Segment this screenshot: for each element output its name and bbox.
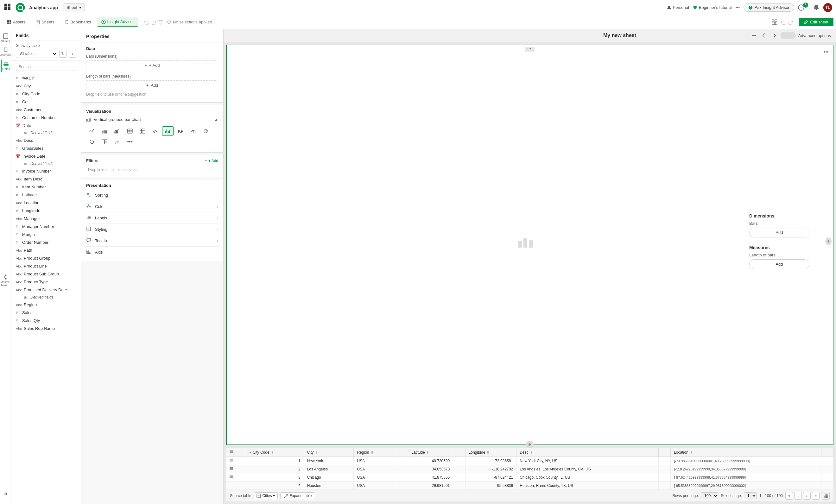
last-page-btn[interactable]: »	[812, 492, 819, 500]
field-item-margin[interactable]: # Margin	[12, 231, 81, 238]
sidebar-fields-btn[interactable]: Fields	[1, 59, 11, 72]
prev-sheet-btn[interactable]	[760, 32, 768, 39]
row-menu-1[interactable]	[226, 457, 245, 465]
rows-per-page-select[interactable]: 100 50 25	[701, 492, 718, 499]
add-bars-btn[interactable]: ++ Add	[86, 60, 218, 70]
field-item-location[interactable]: Abc Location	[12, 199, 81, 207]
field-item-region[interactable]: Abc Region	[12, 301, 81, 309]
viz-gauge-icon[interactable]	[188, 126, 199, 136]
viz-waterfall-icon[interactable]	[112, 137, 123, 147]
row-menu-2[interactable]	[226, 465, 245, 473]
viz-grouped-bar-icon[interactable]	[162, 126, 173, 136]
next-sheet-btn[interactable]	[771, 32, 778, 39]
sidebar-bookmarks-btn[interactable]: Bookmarks	[1, 45, 11, 58]
filter-icon[interactable]	[158, 19, 164, 25]
add-bottom-btn[interactable]: +	[526, 441, 534, 448]
next-page-btn[interactable]: ›	[803, 492, 811, 500]
field-item-sales[interactable]: # Sales	[12, 309, 81, 316]
tutorial-tab[interactable]: Beginner's tutorial	[693, 5, 732, 10]
undo-icon[interactable]	[144, 19, 150, 25]
viz-kpi-icon[interactable]: KPI	[175, 126, 186, 136]
add-measure-btn[interactable]: Add	[749, 259, 810, 269]
redo-icon[interactable]	[151, 19, 156, 25]
sorting-item[interactable]: Sorting ›	[86, 190, 218, 201]
field-item-promised-delivery[interactable]: Abc Promised Delivery Date	[12, 286, 81, 294]
toggle-switch[interactable]	[781, 32, 796, 39]
add-field-btn[interactable]: +	[69, 50, 76, 58]
sheet-dropdown[interactable]: Sheet ▾	[63, 3, 85, 12]
field-item-manager[interactable]: Abc Manager	[12, 215, 81, 222]
first-page-btn[interactable]: «	[785, 492, 793, 500]
field-item-item-desc[interactable]: Abc Item Desc	[12, 175, 81, 183]
personal-tab[interactable]: Personal	[667, 5, 689, 10]
field-item-product-group[interactable]: Abc Product Group	[12, 254, 81, 262]
field-item-promised-derived[interactable]: ⊞ Derived fields	[12, 294, 81, 301]
viz-pie-icon[interactable]	[200, 126, 211, 136]
more-btn[interactable]: •••	[736, 5, 740, 10]
col-region-menu-icon[interactable]	[370, 451, 374, 454]
field-item-desc[interactable]: Abc Desc	[12, 136, 81, 144]
field-item-invoice-number[interactable]: # Invoice Number	[12, 167, 81, 175]
field-item-path[interactable]: Abc Path	[12, 246, 81, 254]
styling-item[interactable]: Styling ›	[86, 224, 218, 235]
field-item-key[interactable]: # %KEY	[12, 74, 81, 82]
col-loc-menu-icon[interactable]	[690, 451, 693, 454]
bookmarks-tab[interactable]: Bookmarks	[60, 18, 96, 26]
sidebar-sheets-btn[interactable]: Sheets	[1, 32, 11, 44]
viz-combo-icon[interactable]	[112, 126, 123, 136]
field-item-customer[interactable]: Abc Customer	[12, 106, 81, 114]
viz-bar-icon[interactable]	[99, 126, 110, 136]
undo2-icon[interactable]	[781, 19, 786, 25]
sheets-tab[interactable]: Sheets	[31, 18, 59, 26]
viz-line-icon[interactable]	[86, 126, 97, 136]
field-item-cost[interactable]: # Cost	[12, 98, 81, 106]
edit-sheet-btn[interactable]: Edit sheet	[799, 18, 834, 26]
col-desc-menu-icon[interactable]	[530, 451, 533, 454]
field-item-order-number[interactable]: # Order Number	[12, 238, 81, 246]
col-lon-menu-icon[interactable]	[487, 451, 490, 454]
viz-treemap-icon[interactable]	[99, 137, 110, 147]
redo2-icon[interactable]	[787, 19, 793, 25]
field-item-item-number[interactable]: # Item Number	[12, 183, 81, 191]
col-region-header[interactable]: Region	[354, 448, 396, 457]
viz-more-btn[interactable]: •••	[124, 137, 135, 147]
field-item-product-type[interactable]: Abc Product Type	[12, 278, 81, 286]
field-item-customer-number[interactable]: # Customer Number	[12, 114, 81, 121]
field-item-city-code[interactable]: # City Code	[12, 90, 81, 98]
field-item-sales-qty[interactable]: # Sales Qty	[12, 316, 81, 325]
source-table-select[interactable]: Cities ▾	[254, 492, 278, 499]
col-latitude-header[interactable]: Latitude	[408, 448, 453, 457]
col-lat-menu-icon[interactable]	[426, 451, 430, 454]
grid-view-btn[interactable]	[770, 17, 779, 27]
field-item-longitude[interactable]: # Longitude	[12, 207, 81, 215]
search-input[interactable]	[16, 63, 76, 71]
axis-item[interactable]: Axis ›	[86, 247, 218, 258]
field-item-invoice-date-derived[interactable]: ⊞ Derived fields	[12, 160, 81, 167]
add-visualization-btn[interactable]	[750, 32, 758, 39]
col-city-code-header[interactable]: City Code	[245, 448, 304, 457]
prev-page-btn[interactable]: ‹	[794, 492, 802, 500]
add-dimension-btn[interactable]: Add	[749, 228, 810, 237]
expand-table-btn[interactable]: Expand table	[280, 492, 315, 499]
field-item-date-derived[interactable]: ⊞ Derived fields	[12, 130, 81, 136]
viz-pivot-icon[interactable]	[137, 126, 148, 136]
field-item-manager-number[interactable]: # Manager Number	[12, 222, 81, 231]
refresh-btn[interactable]: ↻	[59, 50, 67, 58]
advanced-options-btn[interactable]: Advanced options	[798, 33, 831, 38]
sidebar-master-items-btn[interactable]: Master items	[1, 274, 11, 287]
sidebar-collapse-btn[interactable]	[1, 489, 11, 502]
col-city-menu-icon[interactable]	[315, 451, 318, 454]
viz-donut-icon[interactable]	[86, 137, 97, 147]
ask-insight-btn[interactable]: Ask Insight Advisor	[743, 3, 794, 12]
col-menu-btn[interactable]	[226, 448, 245, 457]
col-location-header[interactable]: Location	[671, 448, 821, 457]
field-item-grosssales[interactable]: # GrossSales	[12, 144, 81, 152]
app-grid-btn[interactable]	[4, 3, 13, 12]
table-select[interactable]: All tables	[16, 50, 57, 58]
field-item-sales-rep-name[interactable]: Abc Sales Rep Name	[12, 325, 81, 332]
viz-chevron[interactable]: ▲	[214, 117, 218, 122]
tooltip-item[interactable]: Tooltip ›	[86, 235, 218, 247]
field-item-city[interactable]: Abc City	[12, 82, 81, 90]
field-item-invoice-date[interactable]: 📅 Invoice Date	[12, 152, 81, 160]
color-item[interactable]: Color ›	[86, 201, 218, 212]
